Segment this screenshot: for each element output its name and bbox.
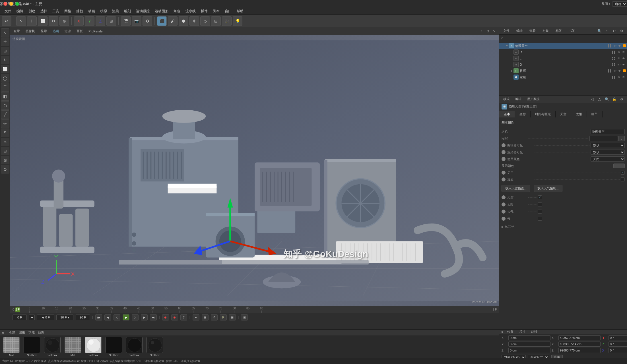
rec-all-btn[interactable]: ⏺ (171, 314, 178, 320)
select-tool[interactable]: ↖ (16, 16, 26, 26)
prev-key-btn[interactable]: ◀ (104, 314, 111, 320)
total-frame-input[interactable] (76, 315, 90, 320)
menu-sculpt[interactable]: 雕刻 (122, 8, 133, 14)
goto-end-btn[interactable]: ⏭ (150, 314, 157, 320)
vp-filter[interactable]: 过滤 (63, 28, 72, 34)
sidebar-deform[interactable]: ⬡ (1, 101, 9, 110)
tree-arrow-r[interactable] (510, 50, 513, 54)
mat-tab-edit[interactable]: 编辑 (19, 330, 25, 335)
search-icon[interactable]: 🔍 (596, 28, 603, 34)
sidebar-scale[interactable]: ⊞ (1, 47, 9, 55)
settings-icon[interactable]: ⚙ (618, 28, 625, 34)
viewport-camera[interactable]: 📷 (132, 16, 141, 26)
vp-view[interactable]: 查看 (13, 28, 21, 34)
sidebar-camera2[interactable]: ⊙ (1, 165, 9, 173)
prop-header-edit[interactable]: 编辑 (513, 96, 523, 102)
prop-settings2[interactable]: ⚙ (618, 96, 625, 102)
coord-z2-input[interactable] (558, 348, 601, 353)
coord-x2-input[interactable] (558, 335, 601, 340)
prop-tab-sun[interactable]: 太阳 (571, 111, 587, 117)
end-frame-input[interactable] (56, 315, 73, 320)
maximize-button[interactable] (15, 2, 19, 6)
sidebar-cube[interactable]: ⬜ (1, 65, 9, 73)
rp-tab-bookmark[interactable]: 书签 (567, 28, 577, 34)
timeline-numbers[interactable]: 5 10 15 20 25 30 35 40 45 50 55 60 65 70 (20, 306, 492, 313)
prop-lock[interactable]: 🔒 (611, 96, 617, 102)
menu-script[interactable]: 脚本 (211, 8, 222, 14)
rp-tab-edit[interactable]: 编辑 (515, 28, 524, 34)
coord-tab-size[interactable]: 尺寸 (519, 330, 525, 334)
mat-item-0[interactable]: Mat (2, 337, 20, 357)
prop-input-name[interactable] (591, 129, 625, 134)
axis-x[interactable]: X (74, 16, 84, 26)
coord-p-input[interactable] (609, 342, 627, 347)
tree-arrow-sky[interactable]: ▼ (505, 44, 509, 48)
sky-check-cloud[interactable] (538, 217, 542, 221)
render-settings[interactable]: ⚙ (143, 16, 152, 26)
visibility-editor-r[interactable]: 👁 (617, 51, 621, 54)
scale-tool[interactable]: ⬜ (38, 16, 48, 26)
menu-help[interactable]: 帮助 (234, 8, 246, 14)
sidebar-pen[interactable]: ✏ (1, 119, 9, 128)
prop-header-mode[interactable]: 模式 (502, 96, 511, 102)
menu-tools[interactable]: 工具 (50, 8, 61, 14)
prop-input-layer[interactable] (589, 136, 618, 141)
menu-motion-track[interactable]: 运动跟踪 (134, 8, 152, 14)
vp-fullscreen[interactable]: ⤡ (492, 29, 497, 34)
menu-mograph[interactable]: 运动图形 (152, 8, 171, 14)
menu-pipeline[interactable]: 流水线 (183, 8, 198, 14)
layer-btn[interactable]: ⊞ (202, 314, 209, 320)
deform-btn[interactable]: ⬢ (179, 16, 188, 26)
particle-btn[interactable]: ❋ (189, 16, 199, 26)
sidebar-move[interactable]: ✛ (1, 38, 9, 46)
tree-item-r[interactable]: ○ R 👁 👁 (499, 49, 627, 55)
rp-tab-view[interactable]: 查看 (528, 28, 537, 34)
sidebar-pointer[interactable]: ↖ (1, 28, 9, 37)
prop-select-editor-vis[interactable]: 默认 (591, 143, 625, 148)
mat-tab-create[interactable]: 创建 (9, 330, 15, 335)
coord-x-input[interactable] (508, 335, 550, 340)
menu-select[interactable]: 选择 (38, 8, 50, 14)
color-swatch[interactable] (613, 164, 625, 168)
menu-create[interactable]: 创建 (26, 8, 38, 14)
layer-pick-btn[interactable]: ⌄ (618, 136, 625, 141)
sidebar-magnet[interactable]: ⊃ (1, 138, 9, 146)
sidebar-spline[interactable]: ⌒ (1, 83, 9, 92)
sidebar-rotate[interactable]: ↻ (1, 56, 9, 64)
coord-y2-input[interactable] (558, 342, 601, 347)
mat-item-1[interactable]: Softbox (23, 337, 41, 357)
help-btn[interactable]: ? (180, 314, 187, 320)
mat-item-6[interactable]: Softbox (125, 337, 143, 357)
menu-render[interactable]: 渲染 (110, 8, 121, 14)
load-sky-btn[interactable]: 载入天空预置... (502, 185, 530, 192)
camera-btn[interactable]: 🎬 (121, 16, 131, 26)
mat-item-2[interactable]: Softbox (43, 337, 61, 357)
visibility-render-extrude[interactable]: 👁 (617, 69, 622, 73)
tree-arrow-l[interactable] (510, 56, 513, 60)
axis-z[interactable]: Z (96, 16, 105, 26)
tree-item-sky[interactable]: ▼ ☀ 物理天空 👁 👁 (499, 43, 627, 49)
persp-cube[interactable]: ⬛ (157, 16, 167, 26)
axis-y[interactable]: Y (85, 16, 94, 26)
tree-arrow-furniture[interactable] (510, 75, 513, 79)
sidebar-line[interactable]: ╱ (1, 110, 9, 119)
close-button[interactable] (3, 2, 7, 6)
undo-button[interactable]: ↩ (2, 16, 11, 26)
vp-center[interactable]: ↕ (480, 29, 484, 34)
menu-file[interactable]: 文件 (2, 8, 14, 14)
sidebar-texture[interactable]: ⊠ (1, 156, 9, 164)
tree-item-d[interactable]: ○ D 👁 👁 (499, 61, 627, 68)
rp-tab-object[interactable]: 对象 (541, 28, 550, 34)
mat-item-4[interactable]: Softbox (84, 337, 102, 357)
visibility-render-sky[interactable]: 👁 (617, 44, 622, 47)
vp-camera[interactable]: 摄像机 (24, 28, 36, 34)
coord-h-input[interactable] (609, 335, 627, 340)
mat-tab-texture[interactable]: 纹理 (38, 330, 44, 335)
mat-item-7[interactable]: Softbox (146, 337, 164, 357)
coord-y-input[interactable] (508, 342, 550, 347)
rp-tab-file[interactable]: 文件 (502, 28, 511, 34)
vp-prorender[interactable]: ProRender (87, 29, 105, 34)
sidebar-extrude[interactable]: ◧ (1, 92, 9, 101)
next-frame-btn[interactable]: ▷ (132, 314, 139, 320)
menu-simulate[interactable]: 模拟 (98, 8, 109, 14)
